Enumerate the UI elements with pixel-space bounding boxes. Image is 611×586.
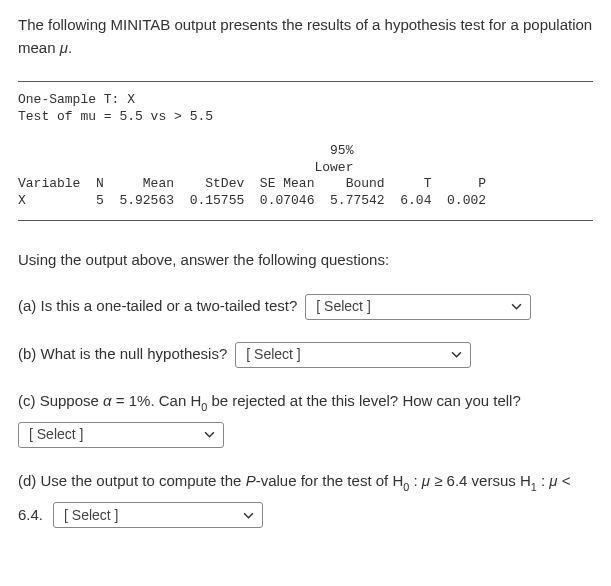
question-c-row: (c) Suppose α = 1%. Can H0 be rejected a… [18, 390, 593, 448]
select-placeholder: [ Select ] [246, 344, 300, 365]
question-a-text: (a) Is this a one-tailed or a two-tailed… [18, 295, 297, 318]
minitab-data-row: X 5 5.92563 0.15755 0.07046 5.77542 6.04… [18, 193, 593, 210]
question-b-row: (b) What is the null hypothesis? [ Selec… [18, 342, 593, 368]
h0-subscript: 0 [201, 401, 207, 413]
minitab-line-2: Test of mu = 5.5 vs > 5.5 [18, 109, 593, 126]
question-c-text: (c) Suppose α = 1%. Can H0 be rejected a… [18, 392, 521, 409]
chevron-down-icon [204, 429, 215, 440]
mu-symbol: μ [549, 472, 557, 489]
question-d-text-line2-val: 6.4. [18, 504, 43, 527]
intro-after: . [68, 39, 72, 56]
minitab-output-block: One-Sample T: X Test of mu = 5.5 vs > 5.… [18, 81, 593, 221]
minitab-blank [18, 126, 593, 143]
minitab-line-1: One-Sample T: X [18, 92, 593, 109]
p-symbol: P [246, 472, 256, 489]
h1-subscript: 1 [531, 481, 537, 493]
chevron-down-icon [451, 349, 462, 360]
h0-subscript: 0 [403, 481, 409, 493]
using-heading: Using the output above, answer the follo… [18, 249, 593, 272]
mu-symbol: μ [422, 472, 430, 489]
chevron-down-icon [243, 510, 254, 521]
question-a-select[interactable]: [ Select ] [305, 294, 531, 320]
question-a-row: (a) Is this a one-tailed or a two-tailed… [18, 294, 593, 320]
question-d-select[interactable]: [ Select ] [53, 502, 263, 528]
chevron-down-icon [511, 301, 522, 312]
minitab-header-2: Lower [18, 160, 593, 177]
question-d-text-line1: (d) Use the output to compute the P-valu… [18, 472, 570, 489]
minitab-header-3: Variable N Mean StDev SE Mean Bound T P [18, 176, 593, 193]
question-c-select[interactable]: [ Select ] [18, 422, 224, 448]
intro-before: The following MINITAB output presents th… [18, 16, 592, 56]
question-b-text: (b) What is the null hypothesis? [18, 343, 227, 366]
select-placeholder: [ Select ] [64, 505, 118, 526]
minitab-header-1: 95% [18, 143, 593, 160]
intro-text: The following MINITAB output presents th… [18, 14, 593, 59]
select-placeholder: [ Select ] [316, 296, 370, 317]
select-placeholder: [ Select ] [29, 424, 83, 445]
question-b-select[interactable]: [ Select ] [235, 342, 471, 368]
alpha-symbol: α [103, 392, 112, 409]
intro-mu: μ [60, 39, 68, 56]
question-d-row: (d) Use the output to compute the P-valu… [18, 470, 593, 528]
